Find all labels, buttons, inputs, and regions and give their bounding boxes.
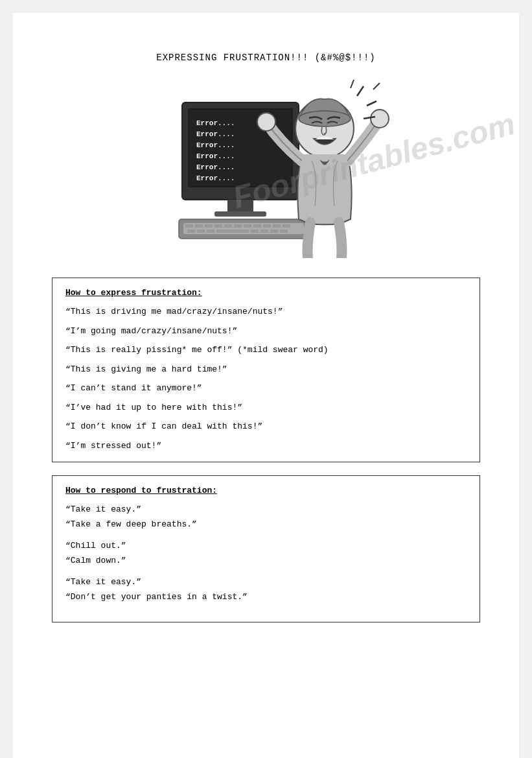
svg-rect-23 [187,230,195,233]
express-phrase-4: “This is giving me a hard time!” [65,363,467,376]
respond-phrase-2-1: “Chill out.” [65,539,467,552]
express-phrase-5: “I can’t stand it anymore!” [65,382,467,395]
svg-rect-12 [185,224,193,228]
svg-rect-21 [273,224,281,228]
svg-rect-14 [205,224,213,228]
respond-group-2: “Chill out.” “Calm down.” [65,539,467,567]
express-frustration-box: How to express frustration: “This is dri… [52,278,480,462]
respond-phrase-1-2: “Take a few deep breaths.” [65,518,467,531]
svg-rect-16 [224,224,232,228]
respond-group-3: “Take it easy.” “Don’t get your panties … [65,576,467,603]
express-phrase-1: “This is driving me mad/crazy/insane/nut… [65,305,467,318]
express-phrase-7: “I don’t know if I can deal with this!” [65,420,467,433]
svg-line-35 [357,86,364,96]
svg-rect-27 [251,230,259,233]
computer-illustration-wrapper: Error.... Error.... Error.... Error.... … [143,77,389,258]
svg-rect-9 [214,211,266,217]
svg-point-32 [299,111,351,126]
svg-rect-19 [253,224,261,228]
respond-phrase-2-2: “Calm down.” [65,554,467,567]
svg-rect-20 [263,224,271,228]
svg-rect-18 [244,224,251,228]
svg-point-34 [371,110,389,128]
svg-text:Error....: Error.... [196,174,235,182]
express-phrase-3: “This is really pissing* me off!” (*mild… [65,344,467,357]
svg-rect-13 [195,224,203,228]
svg-point-33 [257,113,275,131]
svg-rect-24 [197,230,205,233]
svg-rect-30 [280,230,288,233]
respond-phrase-1-1: “Take it easy.” [65,503,467,516]
title-section: EXPRESSING FRUSTRATION!!! (&#%@$!!!) [52,52,480,64]
svg-rect-25 [207,230,214,233]
svg-rect-8 [227,200,253,213]
svg-text:Error....: Error.... [196,141,235,149]
svg-rect-17 [234,224,242,228]
svg-rect-22 [283,224,290,228]
svg-line-36 [367,101,376,106]
express-phrase-8: “I’m stressed out!” [65,440,467,453]
respond-phrase-3-2: “Don’t get your panties in a twist.” [65,591,467,604]
page: EXPRESSING FRUSTRATION!!! (&#%@$!!!) Err… [13,13,519,758]
computer-svg: Error.... Error.... Error.... Error.... … [143,77,389,258]
svg-rect-15 [214,224,222,228]
illustration-section: Error.... Error.... Error.... Error.... … [52,77,480,258]
page-title: EXPRESSING FRUSTRATION!!! (&#%@$!!!) [156,53,375,63]
respond-group-1: “Take it easy.” “Take a few deep breaths… [65,503,467,530]
svg-rect-29 [270,230,278,233]
express-phrase-6: “I’ve had it up to here with this!” [65,401,467,414]
svg-rect-28 [260,230,268,233]
respond-phrase-3-1: “Take it easy.” [65,576,467,589]
respond-frustration-box: How to respond to frustration: “Take it … [52,475,480,622]
svg-text:Error....: Error.... [196,130,235,138]
respond-box-title: How to respond to frustration: [65,486,467,495]
svg-line-39 [373,83,380,89]
svg-text:Error....: Error.... [196,119,235,127]
svg-line-38 [351,80,354,88]
express-box-title: How to express frustration: [65,288,467,298]
express-phrase-2: “I’m going mad/crazy/insane/nuts!” [65,325,467,338]
svg-text:Error....: Error.... [196,152,235,160]
svg-rect-26 [216,230,249,233]
svg-text:Error....: Error.... [196,163,235,171]
